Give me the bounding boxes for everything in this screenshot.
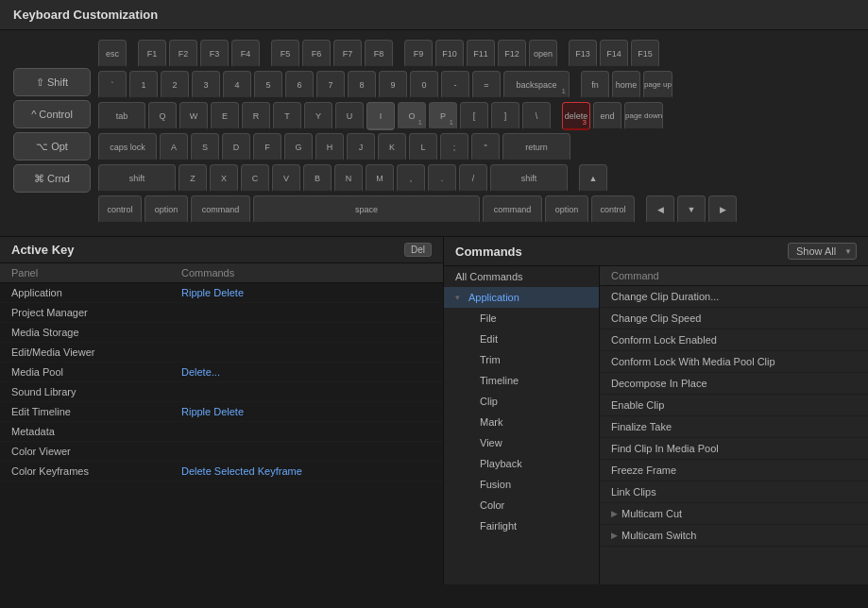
key-f15[interactable]: F15 — [631, 40, 659, 68]
cmd-left-item-0[interactable]: All Commands — [444, 266, 599, 287]
key-o[interactable]: O1 — [398, 102, 426, 130]
key-equals[interactable]: = — [472, 71, 501, 99]
key-z[interactable]: Z — [179, 164, 207, 193]
key-t[interactable]: T — [273, 102, 301, 130]
cmd-left-item-7[interactable]: Mark — [444, 412, 599, 432]
table-row[interactable]: Media Storage — [0, 323, 443, 343]
key-lbracket[interactable]: [ — [460, 102, 488, 130]
key-lcommand[interactable]: command — [191, 195, 250, 224]
table-row[interactable]: Media Pool Delete... — [0, 363, 443, 382]
key-pageup[interactable]: page up — [643, 71, 672, 99]
show-all-dropdown[interactable]: Show All — [788, 243, 857, 260]
cmd-left-item-2[interactable]: File — [444, 308, 599, 329]
key-m[interactable]: M — [366, 164, 394, 193]
table-row[interactable]: Color Viewer — [0, 442, 443, 462]
key-i[interactable]: I — [366, 102, 395, 130]
key-quote[interactable]: " — [471, 133, 500, 161]
key-f13[interactable]: F13 — [569, 40, 597, 68]
key-rshift[interactable]: shift — [490, 164, 568, 193]
key-a[interactable]: A — [160, 133, 188, 161]
key-esc[interactable]: esc — [98, 40, 127, 68]
cmd-modifier[interactable]: ⌘ Crnd — [13, 164, 91, 193]
cmd-left-item-5[interactable]: Timeline — [444, 370, 599, 391]
key-f[interactable]: F — [253, 133, 281, 161]
key-4[interactable]: 4 — [223, 71, 251, 99]
key-f4[interactable]: F4 — [231, 40, 260, 68]
key-f6[interactable]: F6 — [302, 40, 331, 68]
key-v[interactable]: V — [272, 164, 300, 193]
key-l[interactable]: L — [409, 133, 437, 161]
key-rcommand[interactable]: command — [483, 195, 542, 224]
opt-modifier[interactable]: ⌥ Opt — [13, 132, 91, 160]
cmd-left-item-12[interactable]: Fairlight — [444, 515, 599, 536]
key-tab[interactable]: tab — [98, 102, 145, 130]
show-all-dropdown-wrapper[interactable]: Show All ▼ — [788, 243, 857, 260]
cmd-right-item-4[interactable]: Decompose In Place — [600, 373, 868, 395]
key-j[interactable]: J — [347, 133, 375, 161]
cmd-left-item-8[interactable]: View — [444, 432, 599, 453]
key-1[interactable]: 1 — [129, 71, 158, 99]
key-s[interactable]: S — [191, 133, 219, 161]
key-f3[interactable]: F3 — [200, 40, 229, 68]
key-end[interactable]: end — [593, 102, 621, 130]
cmd-left-item-9[interactable]: Playback — [444, 453, 599, 474]
key-p[interactable]: P1 — [429, 102, 457, 130]
key-open[interactable]: open — [529, 40, 557, 68]
table-row[interactable]: Metadata — [0, 422, 443, 442]
cmd-right-item-1[interactable]: Change Clip Speed — [600, 308, 868, 329]
control-modifier[interactable]: ^ Control — [13, 100, 91, 128]
key-f1[interactable]: F1 — [138, 40, 166, 68]
key-return[interactable]: return — [502, 133, 570, 161]
key-e[interactable]: E — [211, 102, 239, 130]
key-f10[interactable]: F10 — [435, 40, 464, 68]
key-c[interactable]: C — [241, 164, 269, 193]
cmd-right-item-6[interactable]: Finalize Take — [600, 416, 868, 438]
key-d[interactable]: D — [222, 133, 250, 161]
key-9[interactable]: 9 — [379, 71, 407, 99]
key-f7[interactable]: F7 — [333, 40, 362, 68]
cmd-left-item-3[interactable]: Edit — [444, 329, 599, 349]
shift-modifier[interactable]: ⇧ Shift — [13, 68, 91, 96]
key-capslock[interactable]: caps lock — [98, 133, 157, 161]
cmd-right-item-0[interactable]: Change Clip Duration... — [600, 286, 868, 308]
cmd-right-item-5[interactable]: Enable Clip — [600, 395, 868, 416]
key-down[interactable]: ▼ — [677, 195, 706, 224]
key-slash[interactable]: / — [459, 164, 487, 193]
key-lshift[interactable]: shift — [98, 164, 176, 193]
key-b[interactable]: B — [303, 164, 332, 193]
key-semicolon[interactable]: ; — [440, 133, 468, 161]
cmd-right-item-9[interactable]: Link Clips — [600, 481, 868, 503]
key-h[interactable]: H — [315, 133, 344, 161]
key-loption[interactable]: option — [145, 195, 188, 224]
key-r[interactable]: R — [242, 102, 270, 130]
key-f8[interactable]: F8 — [365, 40, 393, 68]
key-lctrl[interactable]: control — [98, 195, 142, 224]
cmd-left-item-10[interactable]: Fusion — [444, 474, 599, 495]
key-f14[interactable]: F14 — [600, 40, 628, 68]
key-rbracket[interactable]: ] — [491, 102, 519, 130]
table-row[interactable]: Project Manager — [0, 303, 443, 323]
key-f11[interactable]: F11 — [467, 40, 495, 68]
key-backtick[interactable]: ` — [98, 71, 127, 99]
key-home[interactable]: home — [612, 71, 640, 99]
cmd-left-item-1[interactable]: ▾ Application — [444, 287, 599, 308]
del-badge[interactable]: Del — [404, 243, 432, 257]
key-left[interactable]: ◀ — [646, 195, 674, 224]
table-row[interactable]: Application Ripple Delete — [0, 283, 443, 303]
key-8[interactable]: 8 — [348, 71, 376, 99]
cmd-right-item-3[interactable]: Conform Lock With Media Pool Clip — [600, 351, 868, 373]
key-f2[interactable]: F2 — [169, 40, 197, 68]
cmd-left-item-11[interactable]: Color — [444, 495, 599, 515]
key-up[interactable]: ▲ — [579, 164, 607, 193]
key-6[interactable]: 6 — [285, 71, 314, 99]
table-row[interactable]: Sound Library — [0, 382, 443, 402]
key-y[interactable]: Y — [304, 102, 332, 130]
table-row[interactable]: Edit Timeline Ripple Delete — [0, 402, 443, 422]
key-f12[interactable]: F12 — [498, 40, 526, 68]
key-n[interactable]: N — [334, 164, 363, 193]
key-comma[interactable]: , — [397, 164, 425, 193]
key-q[interactable]: Q — [148, 102, 177, 130]
cmd-left-item-6[interactable]: Clip — [444, 391, 599, 412]
cmd-right-item-11[interactable]: ▶ Multicam Switch — [600, 525, 868, 547]
key-5[interactable]: 5 — [254, 71, 282, 99]
